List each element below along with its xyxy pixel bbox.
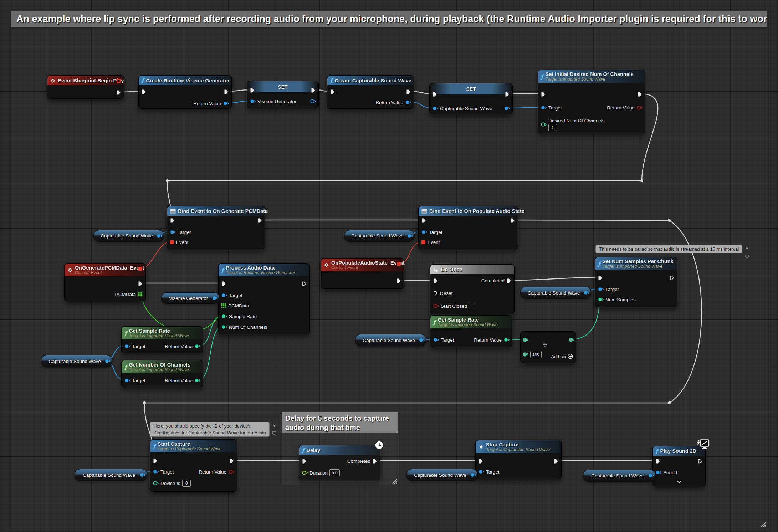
set-capturable-sound-wave[interactable]: SETCapturable Sound Wave	[429, 83, 513, 114]
delegate-pin-header[interactable]	[396, 261, 401, 266]
pill-capturable-sound-wave-7[interactable]: Capturable Sound Wave	[406, 469, 478, 481]
blueprint-graph-canvas[interactable]: An example where lip sync is performed a…	[0, 0, 778, 532]
divide-input-pin-a[interactable]	[522, 337, 528, 343]
object-pin-in[interactable]	[250, 98, 256, 104]
int-pin-in[interactable]	[221, 324, 227, 330]
process-audio-data[interactable]: ƒProcess Audio DataTarget is Runtime Vis…	[218, 263, 310, 334]
exec-pin-in[interactable]	[141, 89, 147, 94]
object-pin-in[interactable]	[124, 378, 130, 383]
comment-visibility-icon[interactable]	[272, 430, 276, 437]
exec-pin-in[interactable]	[221, 281, 226, 286]
object-pin-in[interactable]	[478, 469, 484, 475]
object-pin-in[interactable]	[541, 105, 547, 111]
object-pin-in[interactable]	[655, 470, 661, 475]
object-pin-out[interactable]	[419, 337, 425, 343]
object-pin-out[interactable]	[648, 473, 654, 479]
exec-pin-out[interactable]	[510, 218, 515, 223]
object-pin-out[interactable]	[212, 295, 218, 301]
object-pin-out[interactable]	[223, 101, 229, 106]
bubble-num-samples[interactable]: This needs to be called so that audio is…	[595, 245, 742, 253]
object-pin-in[interactable]	[153, 469, 159, 475]
int-pin-in[interactable]	[598, 297, 604, 302]
start-capture[interactable]: ƒStart CaptureTarget is Capturable Sound…	[150, 439, 237, 492]
exec-pin-out[interactable]	[697, 459, 703, 464]
divide-input-pin-b[interactable]	[522, 352, 528, 357]
object-pin-in[interactable]	[124, 343, 130, 349]
pill-capturable-sound-wave-4[interactable]: Capturable Sound Wave	[355, 334, 426, 346]
int-pin-out[interactable]	[503, 337, 510, 343]
object-pin-out[interactable]	[407, 233, 413, 239]
pin-toggle-icon[interactable]	[272, 423, 276, 429]
play-sound-2d[interactable]: ƒPlay Sound 2DSound	[652, 446, 706, 486]
pill-capturable-sound-wave-8[interactable]: Capturable Sound Wave	[583, 470, 656, 482]
pin-toggle-icon[interactable]	[745, 246, 749, 252]
bool-pin-out[interactable]	[636, 105, 643, 111]
get-number-of-channels[interactable]: ƒGet Number Of ChannelsTarget is Importe…	[121, 360, 203, 387]
pill-capturable-sound-wave-6[interactable]: Capturable Sound Wave	[75, 469, 147, 481]
int-pin-in[interactable]	[221, 313, 227, 319]
exec-pin-in[interactable]	[478, 459, 483, 464]
event-blueprint-begin-play[interactable]: Event Blueprint Begin Play	[47, 75, 124, 99]
main-comment-title[interactable]: An example where lip sync is performed a…	[11, 11, 767, 27]
expand-chevron-icon[interactable]	[676, 479, 682, 485]
exec-pin-out[interactable]	[505, 92, 510, 97]
exec-pin-in[interactable]	[421, 218, 426, 223]
resize-handle-main[interactable]	[760, 521, 766, 527]
object-pin-out[interactable]	[156, 233, 162, 239]
exec-pin-out[interactable]	[116, 90, 121, 95]
exec-pin-out[interactable]	[224, 89, 229, 94]
exec-pin-in[interactable]	[330, 89, 335, 94]
set-viseme-generator[interactable]: SETViseme Generator	[247, 81, 319, 108]
object-pin-out[interactable]	[405, 99, 411, 105]
object-pin-out[interactable]	[583, 290, 589, 296]
stop-capture[interactable]: Stop CaptureTarget is Capturable Sound W…	[475, 440, 562, 479]
pill-capturable-sound-wave-1[interactable]: Capturable Sound Wave	[93, 230, 164, 242]
object-pin-out[interactable]	[139, 472, 145, 478]
pin-value-field[interactable]: 0	[182, 480, 191, 487]
comment-delay-header[interactable]: Delay for 5 seconds to captureaudio duri…	[282, 412, 398, 433]
divide-value-field[interactable]: 100	[530, 351, 542, 358]
object-pin-out[interactable]	[104, 358, 111, 364]
object-pin-out[interactable]	[504, 106, 510, 111]
delegate-pin-in[interactable]	[170, 240, 174, 245]
exec-pin-in[interactable]	[153, 458, 158, 464]
set-initial-desired-num-of-channels[interactable]: ƒSet Initial Desired Num Of ChannelsTarg…	[538, 70, 645, 133]
exec-pin-out[interactable]	[138, 281, 143, 286]
exec-pin-in[interactable]	[433, 291, 438, 296]
int-pin-in[interactable]	[153, 480, 159, 486]
pill-capturable-sound-wave-3[interactable]: Capturable Sound Wave	[41, 355, 112, 367]
exec-pin-out[interactable]	[406, 89, 411, 94]
ongeneratepcmdata-event[interactable]: OnGeneratePCMData_EventCustom EventPCMDa…	[64, 263, 146, 301]
int-pin-out[interactable]	[194, 343, 200, 349]
pill-capturable-sound-wave-2[interactable]: Capturable Sound Wave	[344, 230, 415, 242]
comment-visibility-icon[interactable]	[745, 253, 749, 260]
resize-handle[interactable]	[391, 478, 397, 484]
array-pin-out[interactable]	[138, 292, 143, 297]
exec-pin-in[interactable]	[432, 92, 437, 97]
int-pin-out[interactable]	[194, 378, 200, 383]
bind-event-to-on-generate-pcmdata[interactable]: Bind Event to On Generate PCMDataTargetE…	[167, 206, 265, 249]
exec-pin-in[interactable]	[598, 275, 603, 281]
exec-pin-in[interactable]	[433, 278, 438, 283]
exec-pin-out[interactable]	[553, 459, 559, 464]
create-runtime-viseme-generator[interactable]: ƒCreate Runtime Viseme GeneratorReturn V…	[138, 75, 232, 109]
get-sample-rate-left[interactable]: ƒGet Sample RateTarget is Imported Sound…	[121, 326, 203, 353]
set-num-samples-per-chunk[interactable]: ƒSet Num Samples Per ChunkTarget is Impo…	[595, 257, 677, 307]
exec-pin-out[interactable]	[311, 88, 316, 93]
bool-pin-in[interactable]	[433, 303, 439, 309]
int-pin-in[interactable]	[541, 122, 547, 127]
pill-viseme-generator[interactable]: Viseme Generator	[161, 292, 220, 304]
array-pin-in[interactable]	[221, 303, 226, 308]
exec-pin-in[interactable]	[250, 88, 255, 93]
object-pin-in[interactable]	[421, 229, 427, 235]
exec-pin-in[interactable]	[541, 92, 546, 97]
do-once[interactable]: 1Do OnceCompletedResetStart Closed	[430, 264, 515, 314]
delegate-pin-header[interactable]	[116, 78, 121, 83]
pill-capturable-sound-wave-5[interactable]: Capturable Sound Wave	[520, 287, 591, 299]
object-pin-in[interactable]	[432, 106, 438, 111]
object-pin-out[interactable]	[470, 472, 476, 478]
start-closed-checkbox[interactable]	[469, 303, 475, 309]
exec-pin-out[interactable]	[229, 458, 234, 464]
delegate-pin-header[interactable]	[138, 266, 143, 271]
pin-value-field[interactable]: 1	[548, 124, 557, 131]
